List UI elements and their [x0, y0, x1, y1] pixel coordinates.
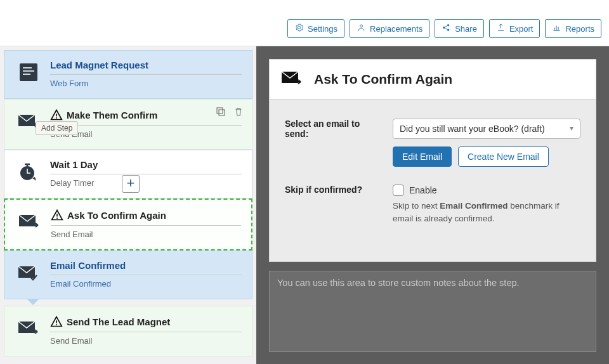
divider: [50, 275, 242, 275]
step-ask-to-confirm-again[interactable]: Ask To Confirm Again Send Email: [4, 198, 252, 250]
step-title: Wait 1 Day: [50, 159, 242, 170]
step-title: Lead Magnet Request: [50, 60, 242, 70]
step-subtitle: Web Form: [50, 79, 242, 88]
enable-checkbox[interactable]: [393, 185, 404, 196]
step-title-text: Send The Lead Magnet: [67, 316, 170, 327]
duplicate-icon[interactable]: [215, 106, 226, 119]
svg-point-2: [447, 24, 449, 26]
panel-header: Ask To Confirm Again: [269, 59, 596, 100]
export-label: Export: [509, 24, 534, 34]
step-title-text: Make Them Confirm: [67, 110, 157, 120]
person-icon: [357, 23, 366, 34]
edit-email-button[interactable]: Edit Email: [393, 146, 452, 167]
reports-label: Reports: [565, 24, 594, 34]
svg-rect-20: [56, 324, 57, 325]
timer-icon: [15, 159, 43, 185]
select-email-label: Select an email to send:: [285, 119, 380, 139]
top-toolbar: Settings Replacements Share Export Repor…: [0, 0, 609, 46]
select-email-row: Select an email to send: Did you still w…: [285, 119, 580, 167]
gear-icon: [294, 23, 304, 34]
step-subtitle: Delay Timer: [50, 178, 242, 188]
step-title-text: Ask To Confirm Again: [67, 210, 166, 221]
add-step-button[interactable]: +: [122, 175, 140, 193]
email-check-icon: [15, 260, 43, 285]
detail-panel: Ask To Confirm Again Select an email to …: [256, 46, 609, 364]
step-subtitle: Email Confirmed: [50, 279, 242, 289]
connector-arrow: [27, 299, 39, 305]
email-arrow-icon: [15, 315, 43, 341]
svg-rect-19: [56, 320, 57, 323]
settings-label: Settings: [308, 24, 337, 34]
warning-icon: [50, 108, 63, 121]
svg-rect-10: [56, 117, 57, 119]
svg-rect-7: [23, 74, 30, 75]
step-lead-magnet-request[interactable]: Lead Magnet Request Web Form: [4, 50, 252, 99]
form-icon: [15, 60, 43, 85]
warning-icon: [50, 315, 63, 328]
step-subtitle: Send Email: [50, 336, 242, 346]
skip-help-text: Skip to next Email Confirmed benchmark i…: [393, 200, 580, 224]
step-email-confirmed[interactable]: Email Confirmed Email Confirmed: [4, 250, 252, 299]
divider: [50, 332, 242, 332]
share-label: Share: [455, 24, 477, 34]
svg-point-3: [447, 29, 449, 31]
panel-body: Select an email to send: Did you still w…: [269, 100, 596, 262]
divider: [50, 125, 242, 126]
svg-rect-15: [56, 214, 58, 216]
email-select[interactable]: Did you still want your eBook? (draft): [393, 119, 580, 139]
step-title: Send The Lead Magnet: [50, 315, 242, 328]
svg-rect-6: [23, 70, 34, 72]
main-area: Add Step + Lead Magnet Request Web Form …: [0, 46, 609, 364]
divider: [51, 225, 241, 226]
email-arrow-icon: [278, 66, 305, 93]
svg-rect-16: [56, 218, 58, 219]
divider: [50, 174, 242, 174]
steps-column: Add Step + Lead Magnet Request Web Form …: [0, 46, 256, 360]
export-icon: [496, 23, 506, 34]
step-subtitle: Send Email: [50, 129, 242, 139]
create-new-email-button[interactable]: Create New Email: [458, 146, 549, 167]
export-button[interactable]: Export: [489, 19, 540, 38]
svg-rect-9: [56, 114, 57, 116]
step-send-the-lead-magnet[interactable]: Send The Lead Magnet Send Email: [4, 306, 252, 356]
divider: [50, 74, 242, 75]
panel-title: Ask To Confirm Again: [314, 72, 452, 87]
chart-icon: [552, 23, 561, 34]
step-notes-textarea[interactable]: [269, 271, 596, 352]
add-step-tooltip: Add Step: [36, 121, 78, 135]
step-title: Email Confirmed: [50, 260, 242, 271]
step-title: Make Them Confirm: [50, 108, 242, 121]
share-button[interactable]: Share: [435, 19, 484, 38]
warning-icon: [51, 209, 63, 221]
svg-point-1: [443, 27, 445, 29]
step-subtitle: Send Email: [51, 230, 241, 239]
share-icon: [442, 23, 451, 34]
skip-label: Skip if confirmed?: [285, 185, 380, 195]
email-select-value: Did you still want your eBook? (draft): [400, 124, 545, 134]
enable-label: Enable: [409, 185, 437, 195]
settings-button[interactable]: Settings: [287, 19, 344, 38]
svg-rect-11: [219, 110, 225, 115]
replacements-label: Replacements: [370, 24, 422, 34]
email-arrow-icon: [15, 209, 43, 234]
trash-icon[interactable]: [233, 106, 244, 119]
reports-button[interactable]: Reports: [545, 19, 601, 38]
skip-if-confirmed-row: Skip if confirmed? Enable Skip to next E…: [285, 185, 580, 224]
replacements-button[interactable]: Replacements: [350, 19, 429, 38]
step-title: Ask To Confirm Again: [51, 209, 241, 221]
svg-rect-12: [217, 108, 223, 114]
svg-rect-5: [23, 67, 32, 68]
svg-rect-4: [20, 63, 37, 81]
svg-point-0: [360, 25, 363, 27]
